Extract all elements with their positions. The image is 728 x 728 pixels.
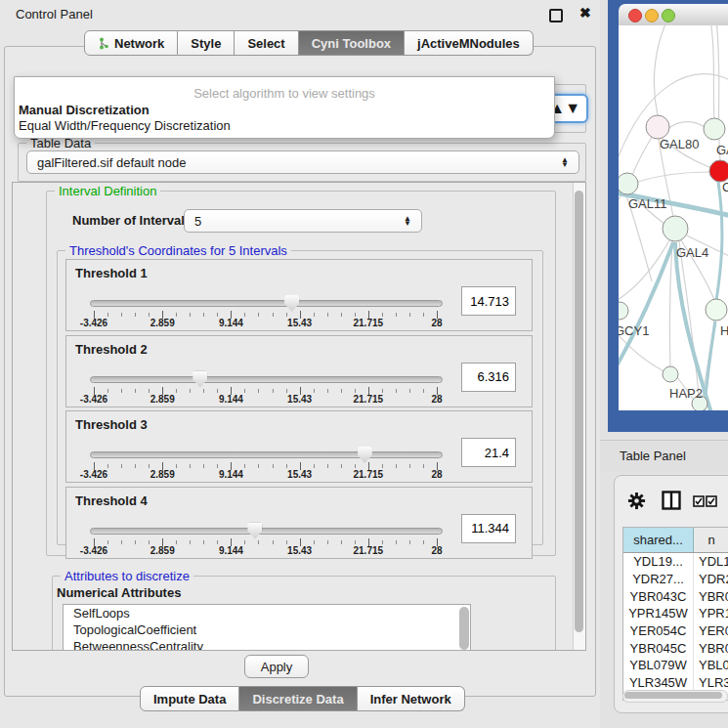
split-columns-icon[interactable] <box>662 491 681 510</box>
bottom-tab-discretize-data[interactable]: Discretize Data <box>239 686 357 711</box>
network-edge[interactable] <box>638 172 710 182</box>
tab-label: jActiveMNodules <box>417 36 520 51</box>
threshold-slider-track[interactable] <box>90 528 443 535</box>
threshold-slider-track[interactable] <box>90 451 443 458</box>
bottom-tab-impute-data[interactable]: Impute Data <box>140 686 239 711</box>
num-intervals-combobox[interactable]: 5 ▲▼ <box>184 209 422 233</box>
table-data-combobox[interactable]: galFiltered.sif default node ▲▼ <box>26 150 579 174</box>
gear-icon[interactable] <box>627 492 646 510</box>
cell-name[interactable]: YLR3 <box>694 674 728 692</box>
network-node[interactable] <box>619 173 638 194</box>
cell-name[interactable]: YPR1 <box>694 605 728 622</box>
close-icon[interactable]: ✖ <box>579 5 591 21</box>
network-node[interactable] <box>709 160 728 182</box>
column-header-name[interactable]: n <box>694 528 728 552</box>
table-row[interactable]: YBL079WYBL0 <box>623 657 728 674</box>
dropdown-item-equal-width-frequency-discretization[interactable]: Equal Width/Frequency Discretization <box>19 118 231 133</box>
network-edge[interactable] <box>716 25 720 160</box>
threshold-slider-thumb[interactable] <box>193 371 207 388</box>
attributes-list[interactable]: SelfLoopsTopologicalCoefficientBetweenne… <box>63 604 471 651</box>
scrollbar-thumb[interactable] <box>575 191 583 632</box>
table-row[interactable]: YDR27...YDR2 <box>623 571 728 588</box>
cell-shared-name[interactable]: YBR045C <box>623 639 694 657</box>
network-view-window[interactable]: GAL80GACGAL11GAL4GCY1HHAP2 <box>608 0 728 432</box>
cell-shared-name[interactable]: YLR345W <box>623 674 694 692</box>
mac-close-icon[interactable] <box>628 9 642 22</box>
table-row[interactable]: YPR145WYPR1 <box>623 605 728 622</box>
table-horizontal-scrollbar[interactable] <box>622 690 728 703</box>
bottom-tab-infer-network[interactable]: Infer Network <box>358 686 465 711</box>
tick-label: 28 <box>431 318 442 328</box>
network-edge[interactable] <box>654 25 667 115</box>
apply-button[interactable]: Apply <box>244 655 309 678</box>
network-edge[interactable] <box>667 122 705 129</box>
cell-shared-name[interactable]: YBR043C <box>623 587 694 605</box>
checkbox-icon[interactable] <box>706 495 717 507</box>
attribute-item[interactable]: TopologicalCoefficient <box>64 621 470 638</box>
cell-shared-name[interactable]: YER054C <box>623 622 694 640</box>
cell-name[interactable]: YBR0 <box>694 639 728 657</box>
threshold-value-field[interactable] <box>461 286 516 316</box>
network-node[interactable] <box>706 299 727 321</box>
tick-label: 21.715 <box>354 469 384 480</box>
network-graph[interactable]: GAL80GACGAL11GAL4GCY1HHAP2 <box>619 25 728 410</box>
threshold-slider-thumb[interactable] <box>247 523 262 539</box>
table-row[interactable]: YLR345WYLR3 <box>623 674 728 692</box>
cell-shared-name[interactable]: YDL19... <box>623 553 694 571</box>
cell-name[interactable]: YBL0 <box>694 657 728 674</box>
cell-name[interactable]: YDL1 <box>694 553 728 571</box>
control-panel: Control Panel ✖ NetworkStyleSelectCyni T… <box>0 0 600 728</box>
attribute-item[interactable]: SelfLoops <box>64 605 470 621</box>
threshold-slider-track[interactable] <box>90 376 443 383</box>
checkbox-icon[interactable] <box>693 495 705 507</box>
scrollbar-thumb[interactable] <box>624 692 722 699</box>
tab-cyni-toolbox[interactable]: Cyni Toolbox <box>299 30 405 56</box>
network-edge[interactable] <box>710 25 714 119</box>
network-node[interactable] <box>646 115 669 139</box>
cell-shared-name[interactable]: YBL079W <box>623 657 694 674</box>
threshold-value-field[interactable] <box>461 514 516 543</box>
network-node[interactable] <box>663 366 678 382</box>
network-edge[interactable] <box>632 135 654 175</box>
tab-style[interactable]: Style <box>178 30 235 56</box>
network-node[interactable] <box>619 302 628 320</box>
network-node[interactable] <box>663 216 688 241</box>
table-row[interactable]: YER054CYER0 <box>623 622 728 640</box>
settings-scrollbar[interactable] <box>573 183 585 650</box>
cell-shared-name[interactable]: YPR145W <box>623 605 694 622</box>
network-edge[interactable] <box>669 241 672 366</box>
threshold-value-field[interactable] <box>461 363 516 392</box>
cell-name[interactable]: YDR2 <box>694 571 728 588</box>
float-window-icon[interactable] <box>549 9 563 22</box>
table-row[interactable]: YDL19...YDL1 <box>623 553 728 571</box>
network-node[interactable] <box>704 118 725 140</box>
network-canvas[interactable]: GAL80GACGAL11GAL4GCY1HHAP2 <box>619 25 728 410</box>
cell-shared-name[interactable]: YDR27... <box>623 571 694 588</box>
cell-name[interactable]: YER0 <box>694 622 728 640</box>
cell-name[interactable]: YBR0 <box>694 587 728 605</box>
network-window-titlebar[interactable] <box>619 4 728 26</box>
thresholds-group-title: Threshold's Coordinates for 5 Intervals <box>65 243 291 258</box>
mac-minimize-icon[interactable] <box>645 9 659 22</box>
table-row[interactable]: YBR045CYBR0 <box>623 639 728 657</box>
table-panel-title: Table Panel <box>620 449 686 463</box>
threshold-slider-track[interactable] <box>90 300 443 307</box>
mac-zoom-icon[interactable] <box>662 9 675 22</box>
threshold-slider-thumb[interactable] <box>358 447 372 463</box>
threshold-slider-thumb[interactable] <box>284 295 299 312</box>
settings-scrollpane: Interval Definition Number of Intervals … <box>12 182 586 651</box>
slider-ticks-icon <box>90 311 442 319</box>
network-edge-highlighted[interactable] <box>716 182 722 301</box>
attribute-item[interactable]: BetweennessCentrality <box>64 638 470 651</box>
tab-network[interactable]: Network <box>84 30 178 56</box>
tab-jactivemnodules[interactable]: jActiveMNodules <box>405 30 534 56</box>
tick-label: -3.426 <box>80 469 107 480</box>
dropdown-item-manual-discretization[interactable]: Manual Discretization <box>19 103 150 117</box>
threshold-value-field[interactable] <box>461 438 516 467</box>
tick-label: 15.43 <box>287 469 312 480</box>
table-row[interactable]: YBR043CYBR0 <box>623 587 728 605</box>
tab-select[interactable]: Select <box>235 30 298 56</box>
network-edge[interactable] <box>619 193 622 217</box>
list-scrollbar[interactable] <box>459 607 469 650</box>
column-header-shared-name[interactable]: shared... <box>623 528 694 552</box>
